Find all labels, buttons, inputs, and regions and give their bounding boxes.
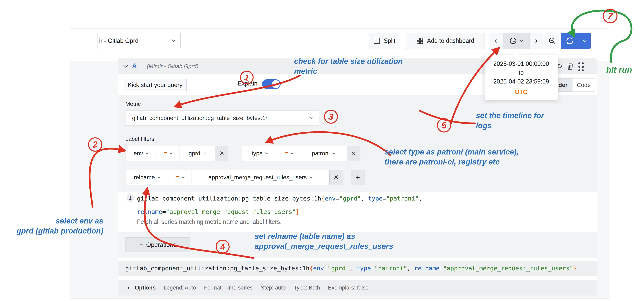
kick-start-label: Kick start your query [128, 82, 182, 88]
grip-dot [578, 69, 580, 71]
chevron-down-icon [310, 176, 312, 178]
grip-dot [578, 66, 580, 68]
time-range-forward-button[interactable]: › [530, 33, 543, 49]
magnifier-minus-icon [548, 37, 556, 45]
label-filter-row: relname = approval_merge_request_rules_u… [125, 170, 343, 185]
time-range-back-button[interactable]: ‹ [489, 33, 503, 49]
chevron-down-icon [182, 176, 184, 178]
remove-filter-button[interactable]: ✕ [347, 146, 360, 161]
grip-dot [578, 62, 580, 64]
explain-code-line-2: relname="approval_merge_request_rules_us… [137, 208, 300, 215]
datasource-picker[interactable]: ir - Gitlab Gprd [97, 33, 180, 49]
filter-operator: = [176, 174, 179, 181]
filter-value: approval_merge_request_rules_users [208, 174, 307, 181]
close-icon: ✕ [351, 150, 356, 157]
time-range-tooltip: 2025-03-01 00:00:00 to 2025-04-02 23:59:… [484, 55, 558, 100]
metric-select[interactable]: gitlab_component_utilization:pg_table_si… [125, 110, 320, 126]
chevron-down-icon [310, 117, 314, 119]
option-exemplars: Exemplars: false [328, 284, 368, 291]
split-label: Split [384, 37, 396, 44]
close-icon: ✕ [334, 174, 338, 181]
add-to-dashboard-button[interactable]: Add to dashboard [406, 33, 485, 49]
option-type: Type: Both [294, 284, 320, 291]
remove-query-button[interactable] [566, 62, 574, 71]
kick-start-query-button[interactable]: Kick start your query [124, 79, 186, 91]
filter-label-select[interactable]: type [242, 146, 278, 161]
chevron-down-icon [520, 40, 524, 42]
grip-dot [582, 66, 584, 68]
divider [118, 276, 597, 280]
chevron-down-icon [583, 40, 587, 42]
filter-operator-select[interactable]: = [169, 170, 192, 185]
drag-handle[interactable] [578, 62, 584, 71]
chevron-down-icon [332, 152, 336, 154]
filter-value: gprd [188, 150, 200, 157]
add-filter-button[interactable]: + [351, 170, 365, 185]
tooltip-to: 2025-04-02 23:59:59 [484, 77, 558, 86]
explain-code-line-1: gitlab_component_utilization:pg_table_si… [137, 195, 422, 202]
metric-field-label: Metric [125, 101, 141, 107]
code-label: Code [577, 82, 591, 88]
options-expand-chevron[interactable]: › [127, 284, 130, 292]
note-set-relname: set relname (table name) as approval_mer… [254, 231, 393, 251]
tooltip-to-word: to [484, 68, 558, 77]
explain-panel: 1 gitlab_component_utilization:pg_table_… [118, 192, 597, 232]
tooltip-from: 2025-03-01 00:00:00 [484, 59, 558, 68]
step-badge-7: 7 [602, 8, 618, 24]
filter-operator-select[interactable]: = [278, 146, 300, 161]
options-title[interactable]: Options [135, 284, 156, 291]
clock-icon [509, 37, 517, 45]
remove-filter-button[interactable]: ✕ [215, 146, 228, 161]
split-icon [374, 38, 380, 44]
filter-value-select[interactable]: patroni [300, 146, 347, 161]
filter-label-select[interactable]: env [125, 146, 157, 161]
tooltip-timezone: UTC [484, 88, 558, 96]
plus-icon: + [139, 241, 143, 248]
run-query-button[interactable] [561, 33, 591, 49]
run-interval-dropdown[interactable] [579, 33, 591, 49]
run-query-refresh[interactable] [561, 33, 579, 49]
trash-icon [566, 62, 574, 71]
time-range-picker-button[interactable] [503, 33, 530, 49]
tooltip-caret [512, 52, 519, 55]
option-format: Format: Time series [204, 284, 253, 291]
close-icon: ✕ [219, 150, 224, 157]
operations-label: Operations [146, 241, 176, 248]
grip-dot [582, 62, 584, 64]
query-datasource-hint: (Mimir - Gitlab Gprd) [147, 63, 198, 70]
note-hit-run: hit run [606, 65, 632, 76]
remove-filter-button[interactable]: ✕ [330, 170, 343, 185]
explain-toggle[interactable]: ✓ [262, 79, 280, 89]
filter-label: env [134, 150, 143, 157]
option-step: Step: auto [260, 284, 286, 291]
note-select-type: select type as patroni (main service), t… [384, 147, 519, 167]
add-to-dashboard-label: Add to dashboard [427, 37, 474, 44]
datasource-value: ir - Gitlab Gprd [99, 37, 138, 44]
grip-dot [582, 69, 584, 71]
note-set-timeline: set the timeline for logs [476, 111, 544, 131]
filter-value-select[interactable]: gprd [179, 146, 215, 161]
operations-button[interactable]: + Operations [125, 237, 190, 252]
note-select-env: select env as gprd (gitlab production) [7, 216, 103, 236]
label-filters-label: Label filters [125, 136, 154, 142]
split-button[interactable]: Split [369, 33, 400, 49]
chevron-down-icon [203, 152, 206, 154]
raw-query-preview: gitlab_component_utilization:pg_table_si… [118, 261, 597, 276]
chevron-down-icon [146, 152, 149, 154]
filter-operator-select[interactable]: = [157, 146, 180, 161]
annotated-grafana-screenshot: ir - Gitlab Gprd Split Add to dashboard … [0, 0, 644, 301]
code-tab[interactable]: Code [572, 78, 595, 92]
collapse-chevron-icon[interactable] [123, 65, 128, 68]
time-zoom-out-button[interactable] [545, 33, 559, 49]
filter-label: type [252, 150, 262, 157]
filter-value-select[interactable]: approval_merge_request_rules_users [191, 170, 330, 185]
filter-label-select[interactable]: relname [125, 170, 169, 185]
filter-value: patroni [312, 150, 330, 157]
dashboard-grid-icon [416, 38, 423, 44]
filter-operator: = [284, 150, 288, 157]
note-check-metric: check for table size utilization metric [294, 56, 403, 76]
metric-value: gitlab_component_utilization:pg_table_si… [132, 115, 268, 121]
label-filter-row: env = gprd ✕ [125, 146, 228, 161]
raw-query-text: gitlab_component_utilization:pg_table_si… [125, 265, 577, 272]
plus-icon: + [356, 173, 360, 182]
